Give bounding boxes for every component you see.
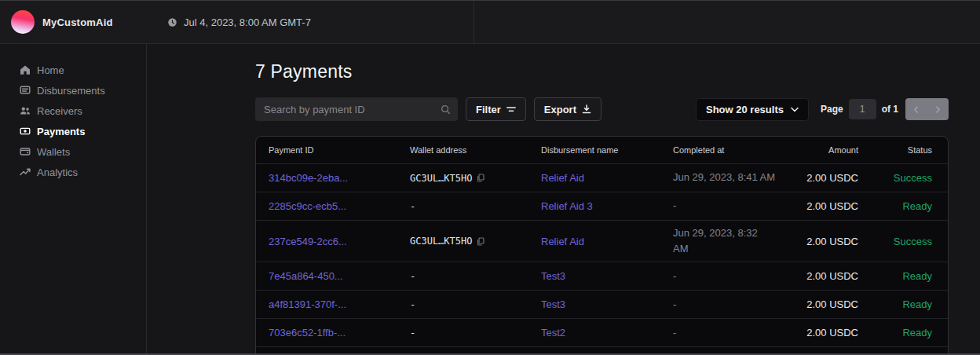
disbursement-link[interactable]: Test3 xyxy=(541,270,673,282)
toolbar: Filter Export Show 20 results Page of 1 xyxy=(255,97,949,121)
search-box xyxy=(255,97,458,121)
column-header-wallet-address: Wallet address xyxy=(410,145,541,155)
show-results-label: Show 20 results xyxy=(706,104,784,115)
disbursements-icon xyxy=(20,85,31,96)
previous-page-button[interactable] xyxy=(905,98,927,120)
show-results-dropdown[interactable]: Show 20 results xyxy=(696,98,809,121)
pagination-controls: Show 20 results Page of 1 xyxy=(696,98,949,121)
wallet-address: - xyxy=(410,271,541,282)
timestamp: Jul 4, 2023, 8:00 AM GMT-7 xyxy=(184,16,311,28)
wallet-address-text: - xyxy=(410,328,415,339)
search-input[interactable] xyxy=(255,97,458,121)
analytics-icon xyxy=(20,167,31,178)
status-badge: Success xyxy=(858,236,932,247)
status-badge: Ready xyxy=(858,298,932,310)
wallet-address: GC3UL…KT5HO xyxy=(410,236,541,247)
table-row: 7e45a864-450... - Test3 - 2.00 USDC Read… xyxy=(256,262,948,291)
amount: 2.00 USDC xyxy=(805,270,858,282)
filter-button-label: Filter xyxy=(476,104,501,115)
page-label: Page xyxy=(821,104,843,115)
next-page-button[interactable] xyxy=(927,98,949,120)
column-header-status: Status xyxy=(858,145,932,155)
amount: 2.00 USDC xyxy=(805,236,858,247)
sidebar-item-label: Analytics xyxy=(37,167,78,178)
sidebar-item-disbursements[interactable]: Disbursements xyxy=(0,80,146,101)
clock-icon xyxy=(167,17,177,27)
amount: 2.00 USDC xyxy=(805,172,858,184)
payment-id-link[interactable]: 314bc09e-2eba... xyxy=(269,172,410,184)
column-header-payment-id: Payment ID xyxy=(269,145,410,155)
export-button-label: Export xyxy=(544,104,576,115)
org-logo xyxy=(11,10,35,34)
wallets-icon xyxy=(20,146,31,157)
main-content: 7 Payments Filter Export Show 20 results xyxy=(147,44,980,355)
wallet-address: - xyxy=(410,201,541,212)
disbursement-link[interactable]: Relief Aid xyxy=(541,236,673,247)
sidebar: Home Disbursements Receivers Payments Wa… xyxy=(0,44,147,355)
receivers-icon xyxy=(20,105,31,116)
pager xyxy=(905,98,949,120)
completed-at: - xyxy=(673,292,805,317)
status-badge: Success xyxy=(858,172,932,184)
search-icon xyxy=(441,104,451,118)
disbursement-link[interactable]: Relief Aid xyxy=(541,172,673,184)
disbursement-link[interactable]: Test3 xyxy=(541,298,673,310)
topbar: MyCustomAid Jul 4, 2023, 8:00 AM GMT-7 xyxy=(0,0,980,44)
payment-id-link[interactable]: 2285c9cc-ecb5... xyxy=(269,200,410,212)
sidebar-item-label: Disbursements xyxy=(37,85,105,97)
table-row: 314bc09e-2eba... GC3UL…KT5HO Relief Aid … xyxy=(256,164,948,192)
amount: 2.00 USDC xyxy=(805,200,858,212)
sidebar-item-label: Payments xyxy=(37,126,85,137)
wallet-address-text: - xyxy=(410,201,415,212)
table-row: 2285c9cc-ecb5... - Relief Aid 3 - 2.00 U… xyxy=(256,192,948,221)
wallet-address: - xyxy=(410,299,541,310)
payment-id-link[interactable]: 237ce549-2cc6... xyxy=(269,236,410,247)
sidebar-item-wallets[interactable]: Wallets xyxy=(0,141,146,162)
org-name: MyCustomAid xyxy=(42,16,113,28)
sidebar-item-label: Wallets xyxy=(37,146,70,158)
wallet-address-text: GC3UL…KT5HO xyxy=(410,236,472,247)
wallet-address-text: GC3UL…KT5HO xyxy=(410,173,472,184)
payment-id-link[interactable]: 703e6c52-1ffb-... xyxy=(269,327,410,339)
table-row: a4f81391-370f-... - Test3 - 2.00 USDC Re… xyxy=(256,291,948,319)
column-header-disbursement-name: Disbursement name xyxy=(541,145,673,155)
amount: 2.00 USDC xyxy=(805,298,858,310)
sidebar-item-home[interactable]: Home xyxy=(0,60,146,80)
column-header-amount: Amount xyxy=(805,145,858,155)
payment-id-link[interactable]: 7e45a864-450... xyxy=(269,270,410,282)
wallet-address-text: - xyxy=(410,299,415,310)
amount: 2.00 USDC xyxy=(805,327,858,339)
wallet-address-text: - xyxy=(410,271,415,282)
copy-icon[interactable] xyxy=(477,174,485,182)
status-badge: Ready xyxy=(858,270,932,282)
completed-at: - xyxy=(673,320,805,346)
brand: MyCustomAid xyxy=(0,10,147,34)
sidebar-item-receivers[interactable]: Receivers xyxy=(0,101,146,121)
table-row: 237ce549-2cc6... GC3UL…KT5HO Relief Aid … xyxy=(256,221,948,262)
page-title: 7 Payments xyxy=(255,61,949,82)
sidebar-item-payments[interactable]: Payments xyxy=(0,121,146,141)
disbursement-link[interactable]: Relief Aid 3 xyxy=(541,200,673,212)
table-header: Payment ID Wallet address Disbursement n… xyxy=(256,137,948,164)
export-button[interactable]: Export xyxy=(534,97,602,121)
home-icon xyxy=(20,64,31,75)
filter-button[interactable]: Filter xyxy=(466,97,526,121)
completed-at: - xyxy=(673,264,805,289)
copy-icon[interactable] xyxy=(477,237,485,246)
wallet-address: - xyxy=(410,328,541,339)
payments-table: Payment ID Wallet address Disbursement n… xyxy=(255,136,949,355)
sidebar-item-analytics[interactable]: Analytics xyxy=(0,162,146,182)
page-number-input[interactable] xyxy=(849,99,876,119)
download-icon xyxy=(582,104,591,114)
column-header-completed-at: Completed at xyxy=(673,145,805,155)
payment-id-link[interactable]: a4f81391-370f-... xyxy=(269,298,410,310)
table-row: 703e6c52-1ffb-... - Test2 - 2.00 USDC Re… xyxy=(256,319,948,347)
completed-at: Jun 29, 2023, 8:32 AM xyxy=(673,221,805,262)
current-time: Jul 4, 2023, 8:00 AM GMT-7 xyxy=(167,16,311,28)
sidebar-item-label: Receivers xyxy=(37,105,82,117)
sidebar-item-label: Home xyxy=(37,64,64,76)
wallet-address: GC3UL…KT5HO xyxy=(410,173,541,184)
disbursement-link[interactable]: Test2 xyxy=(541,327,673,339)
page-total-label: of 1 xyxy=(882,104,898,115)
payments-icon xyxy=(20,126,31,137)
